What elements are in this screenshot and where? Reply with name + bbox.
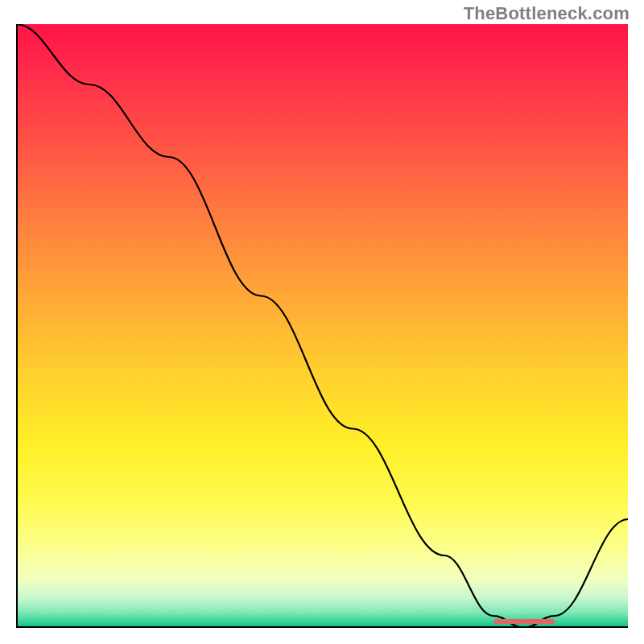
optimum-band	[493, 619, 555, 624]
bottleneck-curve	[16, 24, 628, 628]
watermark-text: TheBottleneck.com	[464, 3, 630, 24]
chart-container: TheBottleneck.com	[0, 0, 644, 644]
plot-area	[16, 24, 628, 628]
x-axis-line	[16, 626, 628, 628]
y-axis-line	[16, 24, 18, 628]
